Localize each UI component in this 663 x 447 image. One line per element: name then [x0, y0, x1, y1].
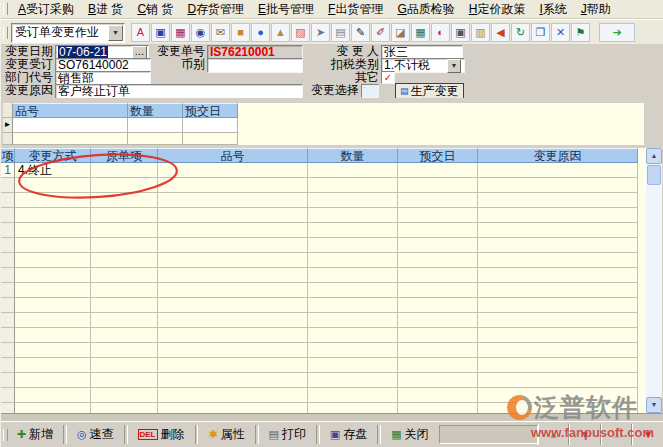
grid-header-5[interactable]: 预交日	[398, 148, 478, 163]
grid-cell[interactable]	[308, 298, 398, 313]
grid-cell[interactable]	[91, 328, 158, 343]
table-row[interactable]: 14.终止	[1, 163, 646, 178]
table-row[interactable]	[1, 388, 646, 403]
grid-cell[interactable]	[15, 343, 91, 358]
grid-cell[interactable]	[308, 343, 398, 358]
row-number-cell[interactable]	[1, 403, 15, 413]
table-row[interactable]	[1, 298, 646, 313]
menu-item-b[interactable]: B进 货	[81, 1, 130, 18]
eraser-button[interactable]: ◪	[391, 23, 410, 42]
mini-grid-cell[interactable]	[183, 133, 238, 145]
menu-item-a[interactable]: A受订采购	[11, 1, 81, 18]
row-number-cell[interactable]	[1, 388, 15, 403]
grid-cell[interactable]	[91, 223, 158, 238]
grid-cell[interactable]	[398, 328, 478, 343]
grid-cell[interactable]	[478, 268, 638, 283]
table-row[interactable]	[1, 208, 646, 223]
grid-cell[interactable]	[478, 313, 638, 328]
grid-cell[interactable]	[91, 283, 158, 298]
table-row[interactable]	[1, 283, 646, 298]
row-number-cell[interactable]	[1, 373, 15, 388]
mini-grid-cell[interactable]	[13, 133, 128, 145]
mail-button[interactable]: ✉	[211, 23, 230, 42]
grid-cell[interactable]	[308, 313, 398, 328]
row-number-cell[interactable]	[1, 298, 15, 313]
grid-cell[interactable]	[91, 163, 158, 178]
table-row[interactable]	[1, 223, 646, 238]
grid-cell[interactable]	[91, 178, 158, 193]
font-find-button[interactable]: A	[131, 23, 150, 42]
grid-cell[interactable]	[15, 388, 91, 403]
grid-cell[interactable]	[398, 253, 478, 268]
grid-cell[interactable]	[15, 238, 91, 253]
grid-cell[interactable]	[91, 358, 158, 373]
grid-cell[interactable]	[15, 403, 91, 413]
grid-cell[interactable]	[398, 298, 478, 313]
row-number-cell[interactable]	[1, 238, 15, 253]
grid-cell[interactable]	[15, 358, 91, 373]
menu-item-e[interactable]: E批号管理	[251, 1, 321, 18]
menu-item-f[interactable]: F出货管理	[321, 1, 390, 18]
scroll-down-button[interactable]: ▼	[646, 397, 662, 413]
grid-cell[interactable]	[91, 268, 158, 283]
grid-cell[interactable]	[91, 238, 158, 253]
tax-type-dropdown-icon[interactable]: ▼	[447, 59, 461, 73]
door-button[interactable]: ❐	[531, 23, 550, 42]
user-search-button[interactable]: ◉	[191, 23, 210, 42]
grid-cell[interactable]	[15, 253, 91, 268]
toolbar-grip2[interactable]	[3, 27, 8, 39]
grid-cell[interactable]	[478, 193, 638, 208]
grid-cell[interactable]	[158, 208, 308, 223]
row-number-cell[interactable]	[1, 313, 15, 328]
scrollbar-thumb[interactable]	[647, 165, 661, 185]
mini-grid-header-0[interactable]: 品号	[13, 103, 128, 118]
monitor-button[interactable]: ▣	[451, 23, 470, 42]
grid-cell[interactable]	[308, 178, 398, 193]
grid-cell[interactable]	[15, 268, 91, 283]
table-row[interactable]	[1, 238, 646, 253]
grid-cell[interactable]	[308, 208, 398, 223]
grid-cell[interactable]	[478, 238, 638, 253]
grid-cell[interactable]	[398, 208, 478, 223]
grid-cell[interactable]	[478, 358, 638, 373]
table-row[interactable]	[1, 253, 646, 268]
grid-cell[interactable]	[398, 358, 478, 373]
grid-cell[interactable]	[478, 328, 638, 343]
menu-item-h[interactable]: H定价政策	[462, 1, 533, 18]
grid-cell[interactable]	[308, 373, 398, 388]
bottombar-grip[interactable]	[3, 429, 8, 441]
grid-cell[interactable]	[158, 283, 308, 298]
row-number-cell[interactable]	[1, 268, 15, 283]
desk-button[interactable]: ▥	[471, 23, 490, 42]
grid-cell[interactable]	[478, 178, 638, 193]
currency-field[interactable]	[207, 58, 303, 73]
grid-cell[interactable]	[308, 268, 398, 283]
grid-cell[interactable]	[308, 193, 398, 208]
grid-cell[interactable]	[478, 298, 638, 313]
pencil-button[interactable]: ✎	[351, 23, 370, 42]
row-number-cell[interactable]	[1, 193, 15, 208]
row-number-cell[interactable]	[1, 283, 15, 298]
grid-cell[interactable]	[91, 313, 158, 328]
chevron-down-icon[interactable]: ▼	[108, 25, 123, 41]
grid-cell[interactable]	[398, 193, 478, 208]
grid-cell[interactable]	[15, 283, 91, 298]
menu-item-c[interactable]: C销 货	[130, 1, 180, 18]
grid-cell[interactable]	[15, 223, 91, 238]
briefcase-button[interactable]: ■	[231, 23, 250, 42]
refresh-doc-button[interactable]: ↻	[511, 23, 530, 42]
change-reason-field[interactable]: 客户终止订单	[55, 84, 303, 99]
grid-cell[interactable]	[158, 163, 308, 178]
grid-header-0[interactable]: 项	[1, 148, 15, 163]
toolbar-grip[interactable]	[3, 3, 8, 15]
mini-grid-cell[interactable]	[128, 118, 183, 133]
menu-item-i[interactable]: I系统	[532, 1, 573, 18]
mini-grid-header-2[interactable]: 预交日	[183, 103, 238, 118]
save-button[interactable]: ▣存盘	[324, 424, 373, 445]
first-record-button[interactable]: ▲	[538, 424, 570, 445]
grid-cell[interactable]	[478, 253, 638, 268]
grid-cell[interactable]	[398, 238, 478, 253]
production-change-button[interactable]: ▤ 生产变更	[395, 83, 464, 99]
grid-cell[interactable]	[478, 223, 638, 238]
grid-cell[interactable]	[91, 388, 158, 403]
